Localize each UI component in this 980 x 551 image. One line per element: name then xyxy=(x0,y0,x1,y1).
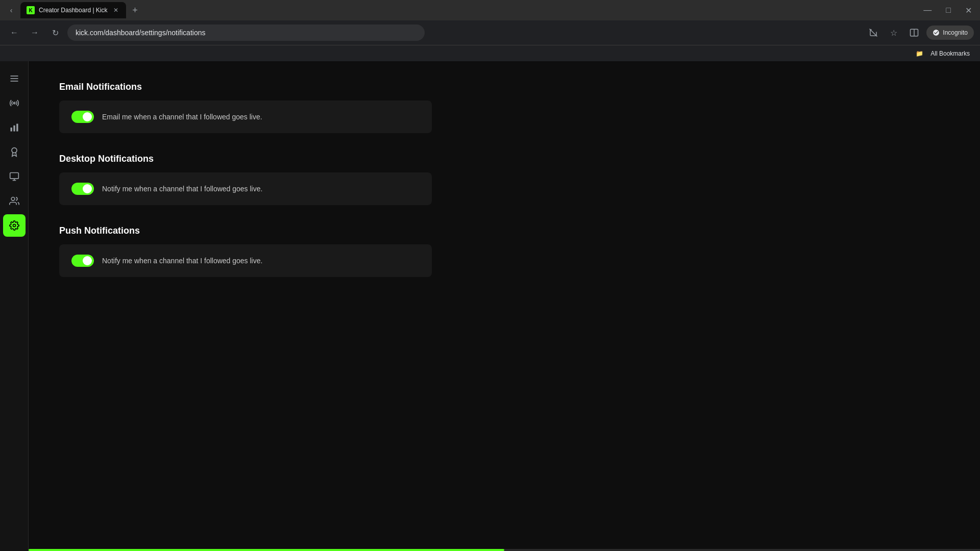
tab-bar: ‹ K Creator Dashboard | Kick ✕ + — □ ✕ xyxy=(0,0,980,20)
minimize-button[interactable]: — xyxy=(919,4,936,17)
incognito-label: Incognito xyxy=(943,29,968,36)
sidebar-item-settings[interactable] xyxy=(3,214,26,237)
desktop-live-text: Notify me when a channel that I followed… xyxy=(102,185,262,193)
sidebar-item-achievements[interactable] xyxy=(3,141,26,163)
star-icon[interactable]: ☆ xyxy=(886,24,902,41)
maximize-button[interactable]: □ xyxy=(942,4,955,17)
svg-rect-4 xyxy=(10,78,18,79)
tab-title: Creator Dashboard | Kick xyxy=(39,7,108,14)
window-controls: — □ ✕ xyxy=(919,4,976,17)
svg-rect-9 xyxy=(16,124,18,132)
svg-point-13 xyxy=(13,224,15,227)
camera-off-icon[interactable] xyxy=(865,24,881,41)
email-notifications-section: Email Notifications Email me when a chan… xyxy=(59,82,949,133)
push-notifications-section: Push Notifications Notify me when a chan… xyxy=(59,226,949,277)
svg-rect-11 xyxy=(10,173,18,179)
bookmarks-bar: 📁 All Bookmarks xyxy=(0,45,980,61)
svg-point-12 xyxy=(11,197,15,201)
new-tab-button[interactable]: + xyxy=(128,3,142,17)
address-input[interactable] xyxy=(67,24,425,41)
toolbar-icons: ☆ Incognito xyxy=(865,24,974,41)
svg-point-6 xyxy=(13,102,15,104)
scrollbar-indicator xyxy=(29,549,980,551)
sidebar xyxy=(0,61,29,551)
svg-rect-8 xyxy=(13,126,15,132)
back-button[interactable]: ← xyxy=(6,24,22,41)
main-content: Email Notifications Email me when a chan… xyxy=(29,61,980,551)
push-live-slider xyxy=(71,255,94,267)
forward-button[interactable]: → xyxy=(27,24,43,41)
push-live-toggle[interactable] xyxy=(71,255,94,267)
push-live-text: Notify me when a channel that I followed… xyxy=(102,257,262,265)
active-tab[interactable]: K Creator Dashboard | Kick ✕ xyxy=(20,2,126,18)
reload-button[interactable]: ↻ xyxy=(47,24,63,41)
sidebar-item-alerts[interactable] xyxy=(3,165,26,188)
close-button[interactable]: ✕ xyxy=(961,4,976,17)
email-notification-card: Email me when a channel that I followed … xyxy=(59,101,432,133)
address-bar-row: ← → ↻ ☆ xyxy=(0,20,980,45)
sidebar-item-menu[interactable] xyxy=(3,67,26,90)
browser-chrome: ‹ K Creator Dashboard | Kick ✕ + — □ ✕ ←… xyxy=(0,0,980,61)
tab-close-button[interactable]: ✕ xyxy=(112,6,120,14)
desktop-notification-card: Notify me when a channel that I followed… xyxy=(59,172,432,205)
push-notification-card: Notify me when a channel that I followed… xyxy=(59,244,432,277)
split-screen-icon[interactable] xyxy=(906,24,922,41)
page-body: Email Notifications Email me when a chan… xyxy=(0,61,980,551)
desktop-notifications-section: Desktop Notifications Notify me when a c… xyxy=(59,154,949,205)
desktop-live-slider xyxy=(71,183,94,195)
svg-rect-7 xyxy=(10,128,12,132)
all-bookmarks[interactable]: All Bookmarks xyxy=(926,48,974,59)
email-live-text: Email me when a channel that I followed … xyxy=(102,113,262,121)
sidebar-item-community[interactable] xyxy=(3,190,26,212)
desktop-section-title: Desktop Notifications xyxy=(59,154,949,164)
tab-favicon: K xyxy=(27,6,35,14)
tab-nav-prev[interactable]: ‹ xyxy=(4,3,18,17)
push-section-title: Push Notifications xyxy=(59,226,949,236)
desktop-live-toggle[interactable] xyxy=(71,183,94,195)
email-section-title: Email Notifications xyxy=(59,82,949,92)
email-live-slider xyxy=(71,111,94,123)
svg-rect-3 xyxy=(10,76,18,77)
incognito-button[interactable]: Incognito xyxy=(926,26,974,40)
svg-point-10 xyxy=(12,148,17,153)
email-live-toggle[interactable] xyxy=(71,111,94,123)
svg-rect-5 xyxy=(10,81,18,82)
scrollbar-thumb[interactable] xyxy=(29,549,504,551)
sidebar-item-analytics[interactable] xyxy=(3,116,26,139)
sidebar-item-broadcast[interactable] xyxy=(3,92,26,114)
